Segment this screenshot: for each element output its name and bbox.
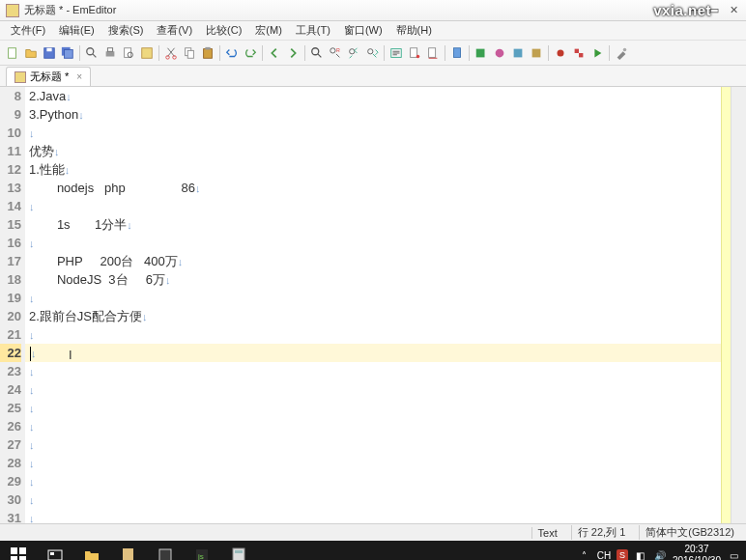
line-number: 12 xyxy=(0,160,21,179)
ime-method-icon[interactable]: S xyxy=(617,549,628,560)
editor-line[interactable]: ↓ xyxy=(25,509,721,527)
app3-icon[interactable]: js xyxy=(184,541,220,560)
new-icon[interactable] xyxy=(4,44,21,62)
redo-icon[interactable] xyxy=(242,44,259,62)
preview-icon[interactable] xyxy=(120,44,137,62)
svg-point-22 xyxy=(350,48,355,53)
notifications-icon[interactable]: ▭ xyxy=(727,548,740,560)
editor-line[interactable]: ↓ xyxy=(25,380,721,399)
svg-line-19 xyxy=(318,53,322,57)
editor-line[interactable]: ↓ xyxy=(25,490,721,509)
forward-icon[interactable] xyxy=(284,44,301,62)
status-mode: Text xyxy=(531,527,563,539)
findprev-icon[interactable] xyxy=(345,44,362,62)
app-icon-tb[interactable] xyxy=(138,44,156,62)
svg-point-18 xyxy=(312,47,319,54)
editor-line[interactable]: ↓ xyxy=(25,289,721,307)
print-icon[interactable] xyxy=(101,44,119,62)
eol-icon: ↓ xyxy=(29,513,35,524)
menu-view[interactable]: 查看(V) xyxy=(150,21,199,40)
menu-edit[interactable]: 编辑(E) xyxy=(52,21,101,40)
close-button[interactable]: ✕ xyxy=(725,4,742,17)
menu-file[interactable]: 文件(F) xyxy=(4,21,52,40)
editor-line[interactable]: nodejs php 86↓ xyxy=(25,179,721,197)
editor-line[interactable]: NodeJS 3台 6万↓ xyxy=(25,270,721,289)
editor-line[interactable]: 3.Python↓ xyxy=(25,105,721,124)
plugin2-icon[interactable] xyxy=(491,44,508,62)
editor-line[interactable]: ↓ xyxy=(25,435,721,454)
editor-line[interactable]: ↓ xyxy=(25,124,721,142)
start-button[interactable] xyxy=(0,541,37,560)
tab-untitled[interactable]: 无标题 * × xyxy=(6,67,91,86)
play-icon[interactable] xyxy=(588,44,606,62)
saveall-icon[interactable] xyxy=(59,44,76,62)
save-icon[interactable] xyxy=(41,44,58,62)
menu-macro[interactable]: 宏(M) xyxy=(248,21,289,40)
bookmark-icon[interactable] xyxy=(448,44,466,62)
line-number: 11 xyxy=(0,142,21,160)
editor-line[interactable]: ↓ xyxy=(25,325,721,344)
eol-icon: ↓ xyxy=(29,329,35,341)
tray-chevron-icon[interactable]: ˄ xyxy=(578,548,591,560)
volume-icon[interactable]: 🔊 xyxy=(653,548,667,560)
batch-icon[interactable] xyxy=(570,44,588,62)
svg-point-20 xyxy=(330,47,335,52)
menu-search[interactable]: 搜索(S) xyxy=(101,21,151,40)
vertical-scrollbar[interactable] xyxy=(731,87,746,523)
editor-line[interactable]: 1.性能↓ xyxy=(25,160,721,179)
plugin4-icon[interactable] xyxy=(528,44,545,62)
editor-line[interactable]: ↓ xyxy=(25,362,721,380)
svg-rect-34 xyxy=(575,48,579,52)
find-icon[interactable] xyxy=(308,44,326,62)
marker-icon[interactable] xyxy=(406,44,423,62)
line-number: 15 xyxy=(0,215,21,234)
tools-icon[interactable] xyxy=(613,44,630,62)
calculator-icon[interactable] xyxy=(220,541,257,560)
plugin1-icon[interactable] xyxy=(473,44,490,62)
editor-line[interactable]: ↓ xyxy=(25,417,721,435)
maximize-button[interactable]: ▭ xyxy=(705,4,723,17)
menu-help[interactable]: 帮助(H) xyxy=(389,21,439,40)
back-icon[interactable] xyxy=(266,44,283,62)
copy-icon[interactable] xyxy=(181,44,198,62)
menu-tools[interactable]: 工具(T) xyxy=(289,21,337,40)
replace-icon[interactable]: R xyxy=(327,44,344,62)
network-icon[interactable]: ◧ xyxy=(634,548,647,560)
editor-line[interactable]: ↓ xyxy=(25,234,721,252)
menu-compare[interactable]: 比较(C) xyxy=(199,21,248,40)
window-title: 无标题 * - EmEditor xyxy=(24,3,686,17)
open-icon[interactable] xyxy=(22,44,40,62)
app2-icon[interactable] xyxy=(147,541,184,560)
record-icon[interactable] xyxy=(552,44,569,62)
clock[interactable]: 20:37 2016/10/30 xyxy=(673,544,721,560)
editor-line[interactable]: 1s 1分半↓ xyxy=(25,215,721,234)
editor-line[interactable]: ↓ xyxy=(25,454,721,472)
wordwrap-icon[interactable] xyxy=(387,44,405,62)
minimize-button[interactable]: ─ xyxy=(686,4,703,17)
editor-line[interactable]: 优势↓ xyxy=(25,142,721,160)
ime-lang-icon[interactable]: CH xyxy=(597,548,611,560)
paste-icon[interactable] xyxy=(199,44,216,62)
line-gutter: 8910111213141516171819202122232425262728… xyxy=(0,87,25,523)
wrap-off-icon[interactable] xyxy=(424,44,442,62)
undo-icon[interactable] xyxy=(223,44,241,62)
text-area[interactable]: I 2.Java↓3.Python↓↓优势↓1.性能↓ nodejs php 8… xyxy=(25,87,721,523)
editor-line[interactable]: 2.跟前台JS配合方便↓ xyxy=(25,307,721,325)
menu-window[interactable]: 窗口(W) xyxy=(337,21,389,40)
cut-icon[interactable] xyxy=(162,44,180,62)
editor-line[interactable]: 2.Java↓ xyxy=(25,87,721,105)
editor: 8910111213141516171819202122232425262728… xyxy=(0,87,746,523)
explorer-icon[interactable] xyxy=(73,541,110,560)
editor-line[interactable]: PHP 200台 400万↓ xyxy=(25,252,721,270)
editor-line[interactable]: ↓ xyxy=(25,344,721,362)
editor-line[interactable]: ↓ xyxy=(25,197,721,215)
tab-close-icon[interactable]: × xyxy=(76,71,82,82)
findnext-icon[interactable] xyxy=(363,44,381,62)
app1-icon[interactable] xyxy=(110,541,147,560)
plugin3-icon[interactable] xyxy=(509,44,527,62)
taskview-icon[interactable] xyxy=(37,541,73,560)
search-icon[interactable] xyxy=(83,44,100,62)
editor-line[interactable]: ↓ xyxy=(25,472,721,490)
editor-line[interactable]: ↓ xyxy=(25,399,721,417)
line-number: 9 xyxy=(0,105,21,124)
